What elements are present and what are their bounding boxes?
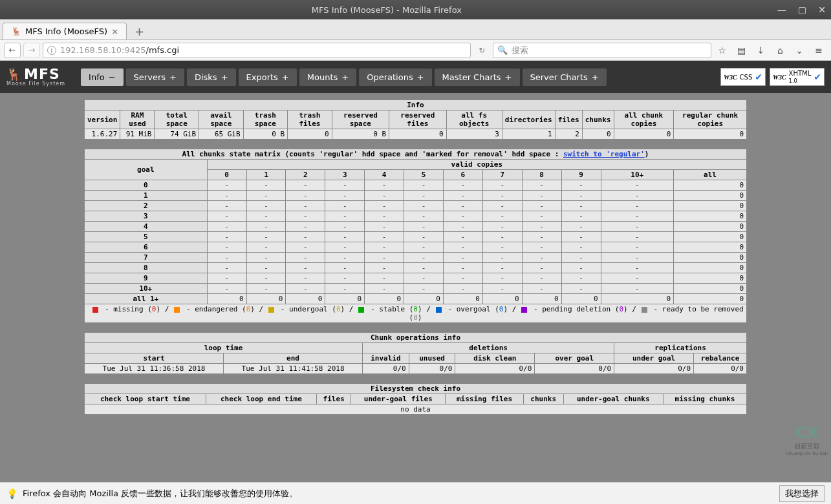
search-placeholder: 搜索 xyxy=(512,45,528,56)
watermark: CX 创新互联 chuang xin hu lian xyxy=(786,424,828,456)
maximize-icon[interactable]: ▢ xyxy=(798,5,806,15)
mfs-tab-operations[interactable]: Operations+ xyxy=(359,68,431,86)
matrix-goal-header: goal xyxy=(85,160,208,180)
menu-icon[interactable]: ≡ xyxy=(810,45,827,56)
new-tab-button[interactable]: + xyxy=(129,23,149,39)
site-info-icon[interactable]: i xyxy=(47,46,56,55)
fs-nodata: no data xyxy=(85,404,747,415)
info-table-title: Info xyxy=(85,100,747,110)
lightbulb-icon: 💡 xyxy=(6,488,17,499)
mfs-header: 🦌MFS Moose File System Info−Servers+Disk… xyxy=(0,61,831,93)
minimize-icon[interactable]: — xyxy=(777,5,786,15)
tab-title: MFS Info (MooseFS) xyxy=(25,26,107,36)
bookmark-icon[interactable]: ☆ xyxy=(714,45,731,56)
mfs-tab-exports[interactable]: Exports+ xyxy=(239,68,297,86)
mfs-tab-disks[interactable]: Disks+ xyxy=(187,68,236,86)
reload-button[interactable]: ↻ xyxy=(473,46,490,55)
fs-check-table: Filesystem check info check loop start t… xyxy=(84,383,747,415)
info-table: Info versionRAM usedtotal spaceavail spa… xyxy=(84,100,747,140)
forward-button[interactable]: → xyxy=(23,43,40,58)
search-icon: 🔍 xyxy=(497,45,508,55)
page-content: 🦌MFS Moose File System Info−Servers+Disk… xyxy=(0,61,831,482)
chunk-matrix-table: All chunks state matrix (counts 'regular… xyxy=(84,149,747,323)
back-button[interactable]: ← xyxy=(4,43,21,58)
mfs-logo: 🦌MFS Moose File System xyxy=(6,67,65,87)
mfs-tab-servers[interactable]: Servers+ xyxy=(126,68,184,86)
mfs-tab-mounts[interactable]: Mounts+ xyxy=(299,68,356,86)
tab-close-icon[interactable]: × xyxy=(111,26,118,36)
mfs-tab-info[interactable]: Info− xyxy=(81,68,124,86)
w3c-badge-0[interactable]: W3CCSS✔ xyxy=(720,68,766,86)
home-icon[interactable]: ⌂ xyxy=(772,45,788,56)
notification-text: Firefox 会自动向 Mozilla 反馈一些数据，让我们能够改善您的使用体… xyxy=(23,488,297,499)
matrix-title: All chunks state matrix (counts 'regular… xyxy=(85,149,747,160)
downloads-icon[interactable]: ↓ xyxy=(753,45,770,56)
matrix-valid-copies-header: valid copies xyxy=(207,160,746,170)
chunk-ops-table: Chunk operations info loop time deletion… xyxy=(84,332,747,374)
window-titlebar: MFS Info (MooseFS) - Mozilla Firefox — ▢… xyxy=(0,0,831,19)
url-host: 192.168.58.10 xyxy=(60,45,122,55)
tab-favicon: 🦌 xyxy=(11,26,21,36)
close-icon[interactable]: ✕ xyxy=(818,5,826,15)
mfs-tab-master-charts[interactable]: Master Charts+ xyxy=(435,68,520,86)
browser-tab-active[interactable]: 🦌 MFS Info (MooseFS) × xyxy=(3,23,127,39)
notification-bar: 💡 Firefox 会自动向 Mozilla 反馈一些数据，让我们能够改善您的使… xyxy=(0,482,831,504)
browser-tabs: 🦌 MFS Info (MooseFS) × + xyxy=(0,19,831,40)
search-input[interactable]: 🔍 搜索 xyxy=(493,43,711,58)
w3c-badge-1[interactable]: W3CXHTML1.0✔ xyxy=(770,68,825,86)
url-input[interactable]: i 192.168.58.10:9425/mfs.cgi xyxy=(43,43,471,58)
window-title: MFS Info (MooseFS) - Mozilla Firefox xyxy=(5,5,768,15)
pocket-icon[interactable]: ⌄ xyxy=(791,45,808,56)
browser-toolbar: ← → i 192.168.58.10:9425/mfs.cgi ↻ 🔍 搜索 … xyxy=(0,40,831,61)
toolbar-icons: ☆ ▤ ↓ ⌂ ⌄ ≡ xyxy=(714,45,827,56)
notification-choose-button[interactable]: 我想选择 xyxy=(779,485,825,502)
mfs-tab-server-charts[interactable]: Server Charts+ xyxy=(523,68,607,86)
matrix-switch-link[interactable]: switch to 'regular' xyxy=(563,150,645,158)
library-icon[interactable]: ▤ xyxy=(733,45,750,56)
matrix-legend: - missing (0) / - endangered (0) / - und… xyxy=(85,304,747,323)
